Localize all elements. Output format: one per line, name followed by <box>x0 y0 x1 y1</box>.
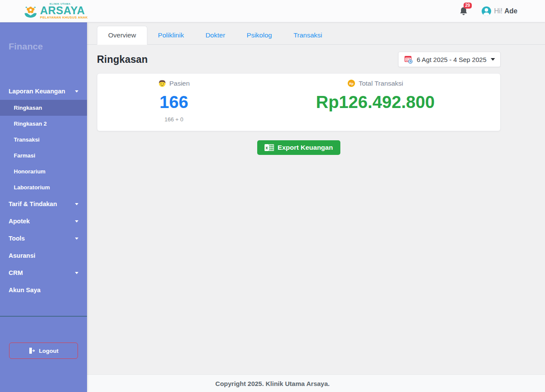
sidebar-item-tarif-tindakan[interactable]: Tarif & Tindakan <box>0 195 87 213</box>
export-keuangan-button[interactable]: x Export Keuangan <box>257 140 340 155</box>
top-header: KLINIK UTAMA ARSAYA PELAYANAN KHUSUS ANA… <box>0 0 545 22</box>
patient-stat: Pasien 166 166 + 0 <box>97 79 250 131</box>
sidebar-title: Finance <box>9 41 87 52</box>
chevron-down-icon <box>75 220 78 222</box>
sidebar-item-honorarium[interactable]: Honorarium <box>0 164 87 179</box>
arsaya-hands-flower-icon <box>23 3 38 19</box>
patient-label: Pasien <box>169 80 190 87</box>
logout-door-icon <box>28 347 35 354</box>
patient-breakdown: 166 + 0 <box>97 116 250 123</box>
sidebar-item-asuransi[interactable]: Asuransi <box>0 247 87 264</box>
transaction-stat: Rp Total Transaksi Rp126.492.800 <box>250 79 500 131</box>
notification-count-badge: 29 <box>464 3 472 9</box>
sidebar-item-farmasi[interactable]: Farmasi <box>0 148 87 164</box>
tab-psikolog[interactable]: Psikolog <box>236 26 283 44</box>
calendar-clock-icon <box>404 55 413 64</box>
page-title: Ringkasan <box>97 54 148 65</box>
notifications-button[interactable]: 29 <box>459 6 468 16</box>
user-greeting: Hi! Ade <box>494 7 517 15</box>
coin-icon: Rp <box>347 79 355 87</box>
copyright-text: Copyright 2025. Klinik Utama Arsaya. <box>215 380 330 387</box>
user-menu[interactable]: Hi! Ade <box>482 6 517 16</box>
chevron-down-icon <box>75 272 78 274</box>
date-range-value: 6 Agt 2025 - 4 Sep 2025 <box>417 56 486 63</box>
transaction-label: Total Transaksi <box>358 80 403 87</box>
sidebar-item-apotek[interactable]: Apotek <box>0 213 87 230</box>
tab-dokter[interactable]: Dokter <box>195 26 236 44</box>
main-content: Overview Poliklinik Dokter Psikolog Tran… <box>87 22 545 392</box>
chevron-down-icon <box>75 90 78 93</box>
sidebar-item-akun-saya[interactable]: Akun Saya <box>0 281 87 299</box>
summary-card: Pasien 166 166 + 0 Rp Total Transaksi <box>97 73 501 131</box>
sidebar-item-transaksi[interactable]: Transaksi <box>0 132 87 148</box>
svg-text:x: x <box>266 145 268 150</box>
sidebar-item-laboratorium[interactable]: Laboratorium <box>0 179 87 195</box>
sidebar-item-ringkasan[interactable]: Ringkasan <box>0 100 87 116</box>
sidebar-item-crm[interactable]: CRM <box>0 264 87 281</box>
sidebar-menu: Laporan Keuangan Ringkasan Ringkasan 2 T… <box>0 83 87 299</box>
sidebar: Finance Laporan Keuangan Ringkasan Ringk… <box>0 22 87 392</box>
sidebar-item-tools[interactable]: Tools <box>0 230 87 247</box>
tab-overview[interactable]: Overview <box>97 26 147 45</box>
date-range-picker[interactable]: 6 Agt 2025 - 4 Sep 2025 <box>398 52 501 67</box>
tab-poliklinik[interactable]: Poliklinik <box>147 26 195 44</box>
chevron-down-icon <box>75 203 78 205</box>
user-avatar-icon <box>482 6 491 16</box>
logo-name: ARSAYA <box>40 5 88 16</box>
chevron-down-icon <box>75 238 78 240</box>
logout-button[interactable]: Logout <box>9 343 78 359</box>
excel-icon: x <box>265 144 274 151</box>
sidebar-item-ringkasan-2[interactable]: Ringkasan 2 <box>0 116 87 132</box>
patient-count: 166 <box>97 93 250 112</box>
user-name: Ade <box>505 7 517 15</box>
app-logo[interactable]: KLINIK UTAMA ARSAYA PELAYANAN KHUSUS ANA… <box>23 3 88 19</box>
transaction-total: Rp126.492.800 <box>250 93 500 112</box>
svg-text:Rp: Rp <box>349 82 354 86</box>
logo-tagline: PELAYANAN KHUSUS ANAK <box>40 16 88 19</box>
boy-face-icon <box>158 79 166 87</box>
tab-transaksi[interactable]: Transaksi <box>283 26 333 44</box>
sidebar-item-laporan-keuangan[interactable]: Laporan Keuangan <box>0 83 87 100</box>
sidebar-divider <box>0 316 87 317</box>
chevron-down-icon <box>491 58 495 61</box>
tab-bar: Overview Poliklinik Dokter Psikolog Tran… <box>87 25 545 45</box>
